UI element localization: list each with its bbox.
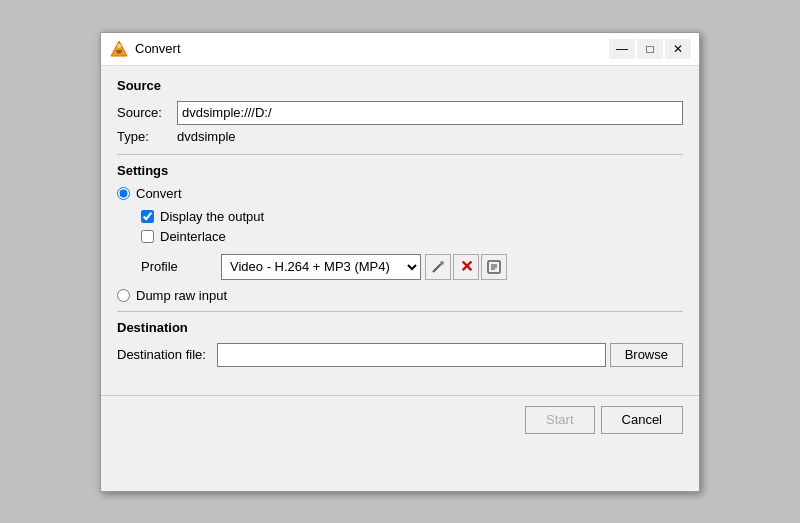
destination-section-label: Destination [117,320,683,335]
window-controls: — □ ✕ [609,39,691,59]
close-button[interactable]: ✕ [665,39,691,59]
type-label: Type: [117,129,177,144]
dump-raw-radio-row[interactable]: Dump raw input [117,288,683,303]
svg-line-4 [433,264,441,272]
browse-button[interactable]: Browse [610,343,683,367]
svg-marker-0 [111,41,127,56]
profile-row: Profile Video - H.264 + MP3 (MP4) Video … [141,254,683,280]
settings-section: Settings Convert Display the output Dein… [117,163,683,303]
deinterlace-label[interactable]: Deinterlace [160,229,226,244]
svg-rect-1 [116,50,122,52]
source-input[interactable] [177,101,683,125]
dump-raw-radio[interactable] [117,289,130,302]
settings-divider [117,311,683,312]
profile-new-button[interactable] [481,254,507,280]
profile-label: Profile [141,259,221,274]
deinterlace-row[interactable]: Deinterlace [141,229,683,244]
start-button[interactable]: Start [525,406,594,434]
settings-section-label: Settings [117,163,683,178]
footer-bar: Start Cancel [101,395,699,444]
profile-select[interactable]: Video - H.264 + MP3 (MP4) Video - H.265 … [221,254,421,280]
type-value: dvdsimple [177,129,236,144]
display-output-label[interactable]: Display the output [160,209,264,224]
convert-options-indent: Display the output Deinterlace Profile V… [141,209,683,280]
dest-file-label: Destination file: [117,347,217,362]
dialog-content: Source Source: Type: dvdsimple Settings … [101,66,699,379]
display-output-checkbox[interactable] [141,210,154,223]
convert-radio-row[interactable]: Convert [117,186,683,201]
source-label: Source: [117,105,177,120]
deinterlace-checkbox[interactable] [141,230,154,243]
svg-point-5 [440,261,444,265]
maximize-button[interactable]: □ [637,39,663,59]
title-bar: Convert — □ ✕ [101,33,699,66]
profile-edit-button[interactable] [425,254,451,280]
destination-file-input[interactable] [217,343,606,367]
destination-section: Destination Destination file: Browse [117,320,683,367]
vlc-icon [109,39,129,59]
profile-delete-button[interactable]: ✕ [453,254,479,280]
source-section: Source Source: Type: dvdsimple [117,78,683,144]
dump-raw-label[interactable]: Dump raw input [136,288,227,303]
convert-radio-label[interactable]: Convert [136,186,182,201]
window-title: Convert [135,41,609,56]
destination-file-row: Destination file: Browse [117,343,683,367]
type-field-row: Type: dvdsimple [117,129,683,144]
new-profile-icon [487,260,501,274]
minimize-button[interactable]: — [609,39,635,59]
display-output-row[interactable]: Display the output [141,209,683,224]
source-field-row: Source: [117,101,683,125]
convert-dialog: Convert — □ ✕ Source Source: Type: dvdsi… [100,32,700,492]
source-divider [117,154,683,155]
cancel-button[interactable]: Cancel [601,406,683,434]
convert-radio[interactable] [117,187,130,200]
svg-rect-2 [117,52,121,54]
source-section-label: Source [117,78,683,93]
svg-point-3 [117,44,121,48]
wrench-icon [431,260,445,274]
profile-action-buttons: ✕ [425,254,507,280]
